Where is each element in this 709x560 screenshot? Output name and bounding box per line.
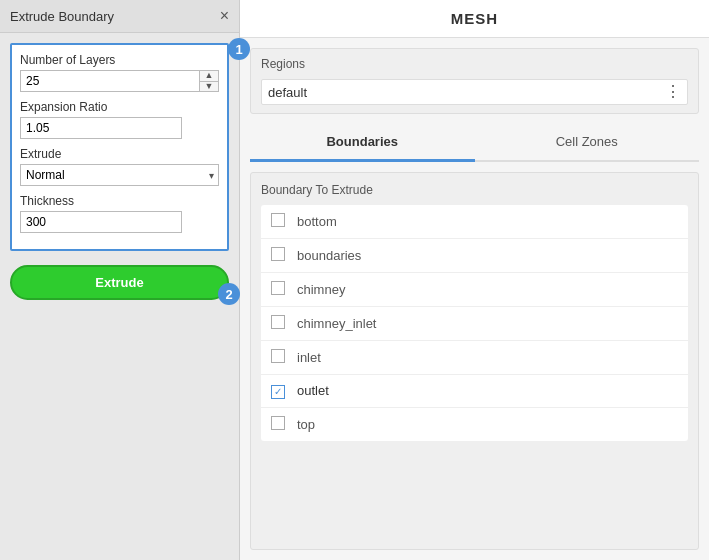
checkbox-chimney-inlet[interactable]: [271, 315, 293, 332]
right-panel: MESH Regions default ⋮ Boundaries Cell Z…: [240, 0, 709, 560]
region-name: default: [268, 85, 307, 100]
num-layers-group: Number of Layers ▲ ▼: [20, 53, 219, 92]
extrude-select[interactable]: Normal Local CS Global CS: [20, 164, 219, 186]
boundary-name-outlet: outlet: [297, 383, 329, 398]
boundary-name-top: top: [297, 417, 315, 432]
boundary-item-outlet[interactable]: ✓ outlet: [261, 375, 688, 408]
checkbox-boundaries[interactable]: [271, 247, 293, 264]
num-layers-spinners: ▲ ▼: [200, 70, 219, 92]
extrude-button-wrapper: Extrude 2: [10, 265, 229, 300]
tabs-section: Boundaries Cell Zones: [250, 124, 699, 162]
tab-boundaries[interactable]: Boundaries: [250, 124, 475, 162]
region-row: default ⋮: [261, 79, 688, 105]
tab-cell-zones[interactable]: Cell Zones: [475, 124, 700, 162]
boundary-to-extrude-label: Boundary To Extrude: [261, 183, 688, 197]
num-layers-decrement[interactable]: ▼: [200, 81, 218, 92]
boundary-item-boundaries[interactable]: boundaries: [261, 239, 688, 273]
boundary-item-top[interactable]: top: [261, 408, 688, 441]
num-layers-input[interactable]: [20, 70, 200, 92]
checkbox-outlet[interactable]: ✓: [271, 383, 293, 399]
expansion-ratio-input[interactable]: [20, 117, 182, 139]
regions-label: Regions: [261, 57, 688, 71]
extrude-select-wrapper: Normal Local CS Global CS ▾: [20, 164, 219, 186]
checkbox-inlet[interactable]: [271, 349, 293, 366]
regions-section: Regions default ⋮: [250, 48, 699, 114]
badge-1: 1: [228, 38, 250, 60]
boundary-list: bottom boundaries chimney chimney_inlet …: [261, 205, 688, 441]
num-layers-increment[interactable]: ▲: [200, 71, 218, 81]
checkbox-bottom[interactable]: [271, 213, 293, 230]
boundary-section: Boundary To Extrude bottom boundaries ch…: [250, 172, 699, 550]
boundary-item-chimney-inlet[interactable]: chimney_inlet: [261, 307, 688, 341]
left-panel-header: Extrude Boundary ×: [0, 0, 239, 33]
badge-2: 2: [218, 283, 240, 305]
boundary-item-chimney[interactable]: chimney: [261, 273, 688, 307]
thickness-group: Thickness: [20, 194, 219, 233]
extrude-button[interactable]: Extrude: [10, 265, 229, 300]
expansion-ratio-label: Expansion Ratio: [20, 100, 219, 114]
num-layers-label: Number of Layers: [20, 53, 219, 67]
thickness-label: Thickness: [20, 194, 219, 208]
boundary-name-boundaries: boundaries: [297, 248, 361, 263]
expansion-ratio-group: Expansion Ratio: [20, 100, 219, 139]
boundary-item-inlet[interactable]: inlet: [261, 341, 688, 375]
thickness-input[interactable]: [20, 211, 182, 233]
checkbox-top[interactable]: [271, 416, 293, 433]
close-button[interactable]: ×: [220, 8, 229, 24]
boundary-name-inlet: inlet: [297, 350, 321, 365]
mesh-title: MESH: [240, 0, 709, 38]
form-section: 1 Number of Layers ▲ ▼ Expansion Ratio E…: [10, 43, 229, 251]
boundary-item-bottom[interactable]: bottom: [261, 205, 688, 239]
extrude-label: Extrude: [20, 147, 219, 161]
boundary-name-bottom: bottom: [297, 214, 337, 229]
region-menu-button[interactable]: ⋮: [665, 84, 681, 100]
extrude-group: Extrude Normal Local CS Global CS ▾: [20, 147, 219, 186]
panel-title: Extrude Boundary: [10, 9, 114, 24]
boundary-name-chimney: chimney: [297, 282, 345, 297]
checkbox-chimney[interactable]: [271, 281, 293, 298]
boundary-name-chimney-inlet: chimney_inlet: [297, 316, 377, 331]
left-panel: Extrude Boundary × 1 Number of Layers ▲ …: [0, 0, 240, 560]
